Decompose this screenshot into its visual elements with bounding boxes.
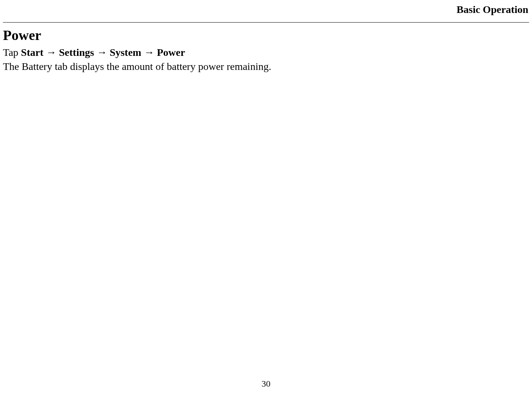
header-title: Basic Operation — [3, 4, 529, 22]
nav-start: Start — [21, 47, 44, 58]
page-number: 30 — [0, 379, 532, 389]
nav-system: System — [110, 47, 141, 58]
nav-power: Power — [157, 47, 185, 58]
section-heading: Power — [3, 27, 529, 43]
arrow-icon: → — [46, 47, 56, 58]
navigation-path: Tap Start → Settings → System → Power — [3, 46, 529, 60]
tap-label: Tap — [3, 47, 21, 58]
header-divider — [3, 22, 529, 23]
body-text: The Battery tab displays the amount of b… — [3, 60, 529, 74]
arrow-icon: → — [144, 47, 154, 58]
arrow-icon: → — [97, 47, 107, 58]
nav-settings: Settings — [59, 47, 94, 58]
